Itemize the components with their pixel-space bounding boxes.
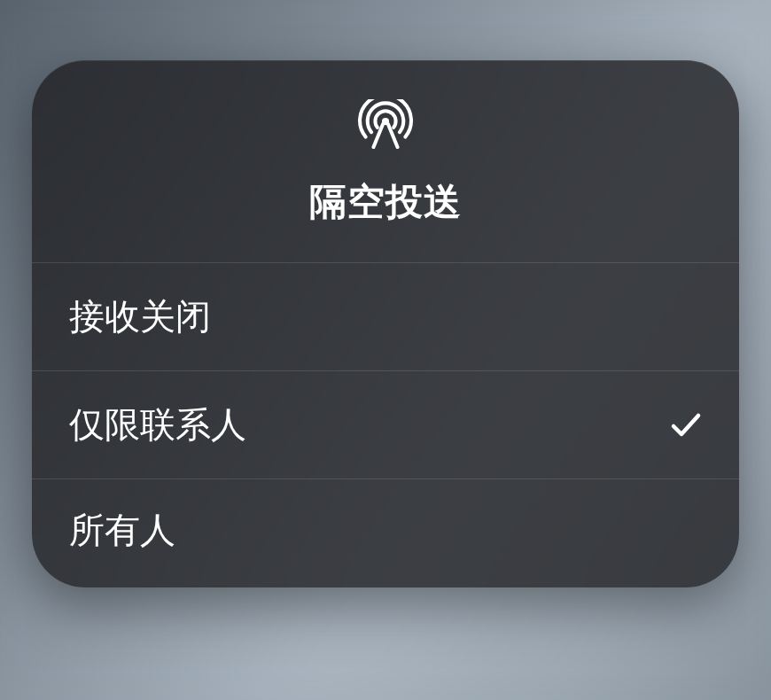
option-everyone[interactable]: 所有人 xyxy=(32,479,739,587)
option-label: 仅限联系人 xyxy=(69,401,246,449)
option-contacts-only[interactable]: 仅限联系人 xyxy=(32,371,739,479)
panel-header: 隔空投送 xyxy=(32,60,739,263)
panel-title: 隔空投送 xyxy=(309,177,462,227)
airdrop-icon xyxy=(358,99,413,149)
checkmark-icon xyxy=(670,409,702,441)
option-receiving-off[interactable]: 接收关闭 xyxy=(32,263,739,371)
option-label: 所有人 xyxy=(69,506,175,555)
option-label: 接收关闭 xyxy=(69,292,211,341)
airdrop-panel: 隔空投送 接收关闭 仅限联系人 所有人 xyxy=(32,60,739,587)
